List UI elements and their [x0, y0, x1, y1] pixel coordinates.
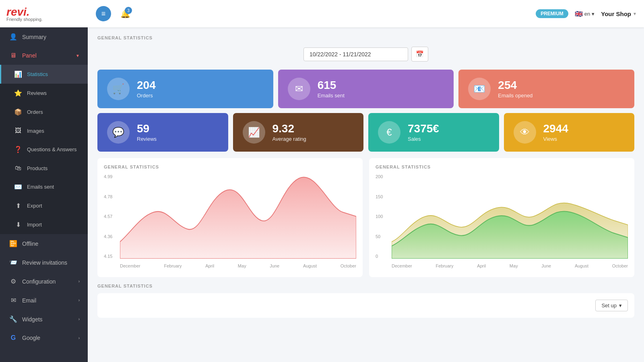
- reviews-label: Reviews: [137, 136, 157, 142]
- x-label: June: [541, 263, 551, 268]
- sidebar-label-configuration: Configuration: [22, 278, 56, 285]
- chart-left-svg: [120, 174, 356, 259]
- chart-right-x-labels: December February April May June August …: [392, 261, 628, 271]
- logo-text: revi.: [6, 6, 30, 18]
- chart-right-title: GENERAL STATISTICS: [376, 165, 628, 169]
- sidebar-label-email: Email: [22, 297, 36, 304]
- email-icon: ✉: [9, 296, 17, 304]
- sidebar-item-offline[interactable]: 📴 Offline: [0, 234, 88, 253]
- chart-left-title: GENERAL STATISTICS: [104, 165, 356, 169]
- sidebar-label-orders: Orders: [27, 109, 43, 115]
- emails-sent-label: Emails sent: [318, 93, 345, 99]
- bottom-section-label: GENERAL STATISTICS: [97, 284, 634, 288]
- chart-left-area: 4.99 4.78 4.57 4.36 4.15: [104, 174, 356, 271]
- chevron-right-icon: ›: [78, 279, 80, 284]
- x-label: June: [270, 263, 279, 268]
- chart-right-y-labels: 200 150 100 50 0: [376, 174, 390, 259]
- logo: revi. Friendly shopping.: [0, 0, 88, 27]
- chart-right-inner: [392, 174, 628, 259]
- products-icon: 🛍: [14, 165, 22, 172]
- emails-opened-label: Emails opened: [498, 93, 533, 99]
- qna-icon: ❓: [14, 146, 22, 153]
- emails-sent-icon: ✉️: [14, 183, 22, 191]
- sidebar-label-google: Google: [22, 335, 40, 341]
- x-label: February: [436, 263, 453, 268]
- review-invitations-icon: 📨: [9, 259, 17, 266]
- sidebar-item-export[interactable]: ⬆ Export: [0, 196, 88, 215]
- y-label: 4.99: [104, 174, 118, 179]
- sidebar-item-statistics[interactable]: 📊 Statistics: [0, 65, 88, 84]
- charts-row: GENERAL STATISTICS 4.99 4.78 4.57 4.36 4…: [97, 158, 634, 277]
- import-icon: ⬇: [14, 221, 22, 228]
- y-label: 100: [376, 214, 390, 219]
- menu-button[interactable]: ≡: [96, 6, 111, 21]
- stat-card-views: 👁 2944 Views: [504, 113, 635, 152]
- sidebar-label-images: Images: [27, 128, 44, 134]
- sidebar-label-products: Products: [27, 165, 47, 171]
- language-selector[interactable]: 🇬🇧 en ▾: [575, 10, 594, 18]
- stat-card-orders: 🛒 204 Orders: [97, 70, 273, 108]
- sidebar-item-review-invitations[interactable]: 📨 Review invitations: [0, 253, 88, 272]
- sidebar-label-qna: Questions & Answers: [27, 146, 77, 152]
- stat-cards-row-2: 💬 59 Reviews 📈 9.32 Average rating € 737…: [97, 113, 634, 152]
- export-icon: ⬆: [14, 202, 22, 210]
- sidebar-item-widgets[interactable]: 🔧 Widgets ›: [0, 310, 88, 329]
- sidebar-label-summary: Summary: [22, 34, 46, 40]
- sidebar-item-google[interactable]: G Google ›: [0, 329, 88, 347]
- stat-card-avg-rating: 📈 9.32 Average rating: [233, 113, 364, 152]
- shop-dropdown[interactable]: Your Shop ▾: [601, 10, 636, 17]
- flag-icon: 🇬🇧: [575, 10, 583, 18]
- page-content: GENERAL STATISTICS 📅 🛒 204 Orders ✉ 615 …: [88, 27, 644, 362]
- sales-card-icon: €: [378, 121, 400, 144]
- y-label: 4.78: [104, 194, 118, 199]
- y-label: 4.36: [104, 234, 118, 239]
- calendar-button[interactable]: 📅: [411, 47, 428, 62]
- sidebar-item-summary[interactable]: 👤 Summary: [0, 27, 88, 46]
- sidebar-item-email[interactable]: ✉ Email ›: [0, 291, 88, 310]
- x-label: August: [303, 263, 317, 268]
- chevron-down-icon: ▼: [76, 53, 80, 58]
- sidebar-item-import[interactable]: ⬇ Import: [0, 215, 88, 234]
- x-label: October: [341, 263, 356, 268]
- sidebar-item-configuration[interactable]: ⚙ Configuration ›: [0, 272, 88, 291]
- sidebar-item-qna[interactable]: ❓ Questions & Answers: [0, 140, 88, 159]
- images-icon: 🖼: [14, 127, 22, 134]
- sidebar-item-panel[interactable]: 🖥 Panel ▼: [0, 46, 88, 65]
- chart-right: GENERAL STATISTICS 200 150 100 50 0: [369, 158, 634, 277]
- chart-left-y-labels: 4.99 4.78 4.57 4.36 4.15: [104, 174, 118, 259]
- chart-right-area: 200 150 100 50 0: [376, 174, 628, 271]
- sidebar-item-images[interactable]: 🖼 Images: [0, 121, 88, 140]
- avg-rating-label: Average rating: [272, 136, 306, 142]
- sidebar-item-reviews[interactable]: ⭐ Reviews: [0, 84, 88, 103]
- chevron-right-icon4: ›: [78, 336, 80, 340]
- sidebar-item-emails-sent[interactable]: ✉️ Emails sent: [0, 177, 88, 196]
- notification-button[interactable]: 🔔 3: [118, 6, 133, 21]
- y-label: 150: [376, 194, 390, 199]
- date-filter: 📅: [97, 47, 634, 62]
- stat-cards-row-1: 🛒 204 Orders ✉ 615 Emails sent 📧 254 Ema…: [97, 70, 634, 108]
- setup-arrow-icon: ▾: [619, 302, 622, 309]
- date-range-input[interactable]: [303, 47, 408, 61]
- x-label: May: [238, 263, 246, 268]
- emails-sent-card-info: 615 Emails sent: [318, 80, 345, 99]
- orders-number: 204: [137, 80, 156, 91]
- premium-badge: PREMIUM: [536, 9, 568, 18]
- stat-card-emails-opened: 📧 254 Emails opened: [458, 70, 634, 108]
- sidebar-submenu-panel: 📊 Statistics ⭐ Reviews 📦 Orders 🖼 Images…: [0, 65, 88, 234]
- sidebar-label-import: Import: [27, 222, 42, 228]
- chevron-right-icon2: ›: [78, 298, 80, 302]
- notification-badge: 3: [125, 7, 132, 14]
- sidebar-label-panel: Panel: [22, 52, 37, 59]
- x-label: April: [205, 263, 214, 268]
- sidebar-item-products[interactable]: 🛍 Products: [0, 159, 88, 177]
- offline-icon: 📴: [9, 240, 17, 247]
- x-label: August: [575, 263, 588, 268]
- sidebar-item-orders[interactable]: 📦 Orders: [0, 103, 88, 121]
- x-label: May: [510, 263, 518, 268]
- emails-opened-card-icon: 📧: [468, 78, 491, 100]
- setup-button[interactable]: Set up ▾: [595, 300, 628, 311]
- orders-icon: 📦: [14, 108, 22, 116]
- reviews-card-info: 59 Reviews: [137, 123, 157, 142]
- views-label: Views: [543, 136, 568, 142]
- emails-opened-number: 254: [498, 80, 533, 91]
